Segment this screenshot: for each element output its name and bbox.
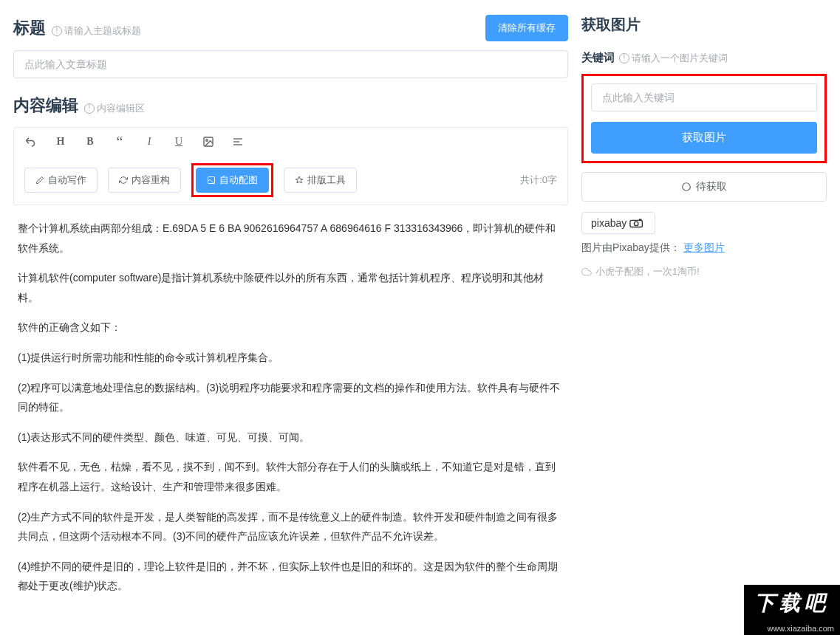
sidebar-heading: 获取图片 bbox=[581, 15, 827, 35]
underline-icon[interactable]: U bbox=[172, 135, 185, 148]
paragraph: (1)提供运行时所需功能和性能的命令或计算机程序集合。 bbox=[18, 348, 564, 368]
info-icon: ! bbox=[619, 53, 629, 64]
content-hint: ! 内容编辑区 bbox=[84, 102, 145, 115]
svg-point-8 bbox=[635, 222, 639, 226]
word-count: 共计:0字 bbox=[520, 174, 557, 187]
image-add-icon bbox=[207, 176, 216, 185]
title-hint: ! 请输入主题或标题 bbox=[52, 24, 141, 38]
paragraph: (4)维护不同的硬件是旧的，理论上软件是旧的，并不坏，但实际上软件也是旧的和坏的… bbox=[18, 557, 564, 596]
keyword-label: 关键词 bbox=[581, 51, 615, 65]
fetch-image-button[interactable]: 获取图片 bbox=[591, 122, 817, 154]
paragraph: (1)表达形式不同的硬件类型、颜色、味道、可见、可摸、可闻。 bbox=[18, 428, 564, 447]
paragraph: 软件的正确含义如下： bbox=[18, 318, 564, 337]
camera-icon bbox=[629, 218, 646, 228]
editor-toolbar: H B “ I U 自动写作 bbox=[13, 127, 568, 205]
svg-point-6 bbox=[683, 183, 691, 191]
paragraph: (2)生产方式不同的软件是开发，是人类智能的高发挥，而不是传统意义上的硬件制造。… bbox=[18, 507, 564, 546]
more-images-link[interactable]: 更多图片 bbox=[683, 241, 725, 253]
main-column: 标题 ! 请输入主题或标题 清除所有缓存 内容编辑 ! 内容编辑区 bbox=[0, 0, 581, 634]
paragraph: 计算机软件(computer software)是指计算机系统中除硬件以外的所有… bbox=[18, 268, 564, 307]
content-heading: 内容编辑 bbox=[13, 95, 78, 117]
auto-write-button[interactable]: 自动写作 bbox=[24, 168, 98, 193]
svg-point-1 bbox=[206, 140, 208, 142]
paragraph: 整个计算机系统由两部分组成：E.69DA 5 E 6 BA 9062616964… bbox=[18, 219, 564, 258]
credit-line: 图片由Pixabay提供： 更多图片 bbox=[581, 241, 827, 255]
auto-image-highlight: 自动配图 bbox=[191, 163, 273, 197]
heading-icon[interactable]: H bbox=[54, 135, 67, 148]
editor-content-area[interactable]: 整个计算机系统由两部分组成：E.69DA 5 E 6 BA 9062616964… bbox=[13, 205, 568, 619]
paragraph: 软件看不见，无色，枯燥，看不见，摸不到，闻不到。软件大部分存在于人们的头脑或纸上… bbox=[18, 457, 564, 496]
info-icon: ! bbox=[52, 26, 62, 36]
keyword-highlight-box: 获取图片 bbox=[581, 74, 827, 163]
layout-icon bbox=[295, 176, 304, 185]
paragraph: (2)程序可以满意地处理信息的数据结构。(3)说明程序功能要求和程序需要的文档的… bbox=[18, 378, 564, 417]
watermark: 下载吧 www.xiazaiba.com bbox=[744, 585, 840, 634]
quote-icon[interactable]: “ bbox=[113, 135, 126, 148]
cloud-icon bbox=[581, 267, 592, 277]
clear-cache-button[interactable]: 清除所有缓存 bbox=[485, 15, 568, 41]
sidebar-column: 获取图片 关键词 ! 请输入一个图片关键词 获取图片 待获取 pixabay 图… bbox=[581, 0, 840, 634]
pixabay-badge: pixabay bbox=[581, 212, 655, 234]
tip-line: 小虎子配图，一次1淘币! bbox=[581, 265, 827, 278]
title-section-header: 标题 ! 请输入主题或标题 清除所有缓存 bbox=[13, 15, 568, 41]
pending-button[interactable]: 待获取 bbox=[581, 172, 827, 202]
keyword-input[interactable] bbox=[591, 83, 817, 111]
title-heading: 标题 bbox=[13, 17, 46, 39]
keyword-hint: ! 请输入一个图片关键词 bbox=[619, 52, 728, 65]
refresh-icon bbox=[119, 176, 128, 185]
pencil-icon bbox=[35, 176, 44, 185]
info-icon: ! bbox=[84, 103, 95, 114]
image-icon[interactable] bbox=[202, 135, 215, 148]
auto-image-button[interactable]: 自动配图 bbox=[196, 168, 269, 193]
svg-rect-9 bbox=[639, 219, 642, 222]
watermark-title: 下载吧 bbox=[744, 585, 840, 622]
align-icon[interactable] bbox=[231, 135, 245, 148]
circle-icon bbox=[681, 182, 692, 192]
article-title-input[interactable] bbox=[13, 50, 568, 78]
bold-icon[interactable]: B bbox=[83, 135, 97, 148]
italic-icon[interactable]: I bbox=[143, 135, 156, 148]
restructure-button[interactable]: 内容重构 bbox=[108, 168, 181, 193]
undo-icon[interactable] bbox=[24, 135, 38, 148]
layout-tool-button[interactable]: 排版工具 bbox=[284, 168, 357, 193]
watermark-url: www.xiazaiba.com bbox=[744, 622, 840, 634]
